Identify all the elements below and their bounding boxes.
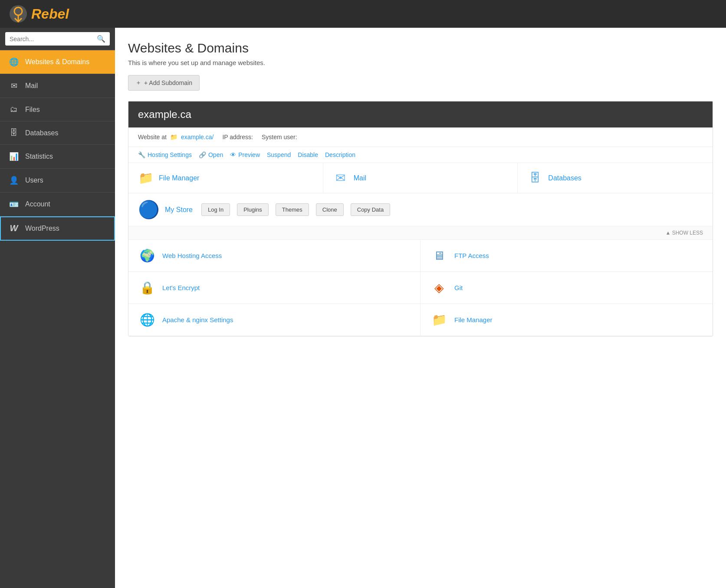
show-less-row[interactable]: ▲ SHOW LESS bbox=[128, 226, 713, 240]
ftp-icon: 🖥 bbox=[430, 248, 448, 263]
folder-icon: 📁 bbox=[170, 134, 177, 140]
git-icon: ◈ bbox=[430, 281, 448, 295]
file-manager-icon: 📁 bbox=[138, 171, 154, 185]
mail-tool-icon: ✉ bbox=[333, 171, 348, 185]
apache-nginx-item[interactable]: 🌐 Apache & nginx Settings bbox=[128, 304, 420, 336]
domain-info-row: Website at 📁 example.ca/ IP address: Sys… bbox=[128, 127, 713, 147]
content-area: Websites & Domains This is where you set… bbox=[115, 28, 726, 588]
sidebar-item-label: Users bbox=[25, 176, 43, 184]
sidebar-item-label: WordPress bbox=[25, 225, 59, 232]
show-less-label: ▲ SHOW LESS bbox=[665, 230, 703, 236]
page-subtitle: This is where you set up and manage webs… bbox=[128, 59, 713, 66]
users-icon: 👤 bbox=[9, 176, 19, 185]
account-icon: 🪪 bbox=[9, 199, 19, 209]
website-at-label: Website at bbox=[138, 134, 167, 140]
domain-card: example.ca Website at 📁 example.ca/ IP a… bbox=[128, 101, 713, 336]
hosting-settings-label: Hosting Settings bbox=[148, 151, 192, 158]
copy-data-button[interactable]: Copy Data bbox=[351, 203, 390, 216]
lets-encrypt-link[interactable]: Let's Encrypt bbox=[162, 284, 200, 291]
domain-name: example.ca bbox=[138, 108, 191, 120]
logo-icon bbox=[9, 4, 28, 23]
domain-header: example.ca bbox=[128, 101, 713, 127]
wrench-icon: 🔧 bbox=[138, 151, 145, 158]
sidebar-item-label: Websites & Domains bbox=[25, 58, 89, 66]
web-hosting-access-item[interactable]: 🌍 Web Hosting Access bbox=[128, 240, 420, 272]
open-link[interactable]: 🔗 Open bbox=[199, 151, 223, 158]
logo-text: Rebel bbox=[31, 6, 69, 22]
sidebar-item-label: Mail bbox=[25, 82, 38, 90]
preview-link[interactable]: 👁 Preview bbox=[230, 151, 260, 158]
search-box: 🔍 bbox=[5, 32, 110, 46]
sidebar-item-label: Account bbox=[25, 200, 50, 208]
tools-grid: 📁 File Manager ✉ Mail 🗄 Databases bbox=[128, 163, 713, 193]
domain-link[interactable]: example.ca/ bbox=[181, 134, 214, 140]
git-item[interactable]: ◈ Git bbox=[420, 272, 713, 304]
suspend-label: Suspend bbox=[267, 151, 291, 158]
ftp-access-link[interactable]: FTP Access bbox=[454, 252, 489, 259]
sidebar-item-files[interactable]: 🗂 Files bbox=[0, 98, 115, 121]
wordpress-section: 🔵 My Store Log In Plugins Themes Clone C… bbox=[128, 193, 713, 226]
sidebar-item-label: Statistics bbox=[25, 153, 53, 160]
mail-tool-link[interactable]: Mail bbox=[354, 174, 366, 182]
main-layout: 🔍 🌐 Websites & Domains ✉ Mail 🗂 Files 🗄 … bbox=[0, 28, 726, 588]
sidebar-item-account[interactable]: 🪪 Account bbox=[0, 193, 115, 216]
tool-databases[interactable]: 🗄 Databases bbox=[518, 163, 713, 193]
plugins-button[interactable]: Plugins bbox=[237, 203, 269, 216]
my-store-link[interactable]: My Store bbox=[165, 206, 193, 214]
sidebar-item-users[interactable]: 👤 Users bbox=[0, 169, 115, 193]
preview-label: Preview bbox=[238, 151, 260, 158]
login-button[interactable]: Log In bbox=[201, 203, 230, 216]
eye-icon: 👁 bbox=[230, 151, 236, 158]
disable-label: Disable bbox=[298, 151, 318, 158]
open-label: Open bbox=[208, 151, 223, 158]
databases-icon: 🗄 bbox=[9, 128, 19, 137]
files-icon: 🗂 bbox=[9, 105, 19, 114]
web-hosting-access-link[interactable]: Web Hosting Access bbox=[162, 252, 222, 259]
logo: Rebel bbox=[9, 4, 69, 23]
file-manager-link[interactable]: File Manager bbox=[159, 174, 199, 182]
sidebar-item-databases[interactable]: 🗄 Databases bbox=[0, 121, 115, 145]
sidebar-item-mail[interactable]: ✉ Mail bbox=[0, 74, 115, 98]
sidebar-item-statistics[interactable]: 📊 Statistics bbox=[0, 145, 115, 169]
ip-label: IP address: bbox=[222, 134, 253, 140]
file-manager-2-item[interactable]: 📁 File Manager bbox=[420, 304, 713, 336]
websites-domains-icon: 🌐 bbox=[9, 57, 19, 67]
apache-nginx-icon: 🌐 bbox=[138, 313, 156, 327]
app-header: Rebel bbox=[0, 0, 726, 28]
description-link[interactable]: Description bbox=[325, 151, 355, 158]
themes-button[interactable]: Themes bbox=[276, 203, 309, 216]
ftp-access-item[interactable]: 🖥 FTP Access bbox=[420, 240, 713, 272]
git-link[interactable]: Git bbox=[454, 284, 463, 291]
add-subdomain-button[interactable]: ＋ + Add Subdomain bbox=[128, 75, 200, 91]
sidebar-item-label: Databases bbox=[25, 129, 59, 137]
tool-file-manager[interactable]: 📁 File Manager bbox=[128, 163, 323, 193]
sidebar-item-wordpress[interactable]: W WordPress bbox=[0, 216, 115, 241]
search-input[interactable] bbox=[10, 36, 94, 42]
page-title: Websites & Domains bbox=[128, 41, 713, 56]
sidebar: 🔍 🌐 Websites & Domains ✉ Mail 🗂 Files 🗄 … bbox=[0, 28, 115, 588]
wordpress-icon: W bbox=[9, 223, 19, 233]
disable-link[interactable]: Disable bbox=[298, 151, 318, 158]
search-container: 🔍 bbox=[0, 28, 115, 50]
statistics-icon: 📊 bbox=[9, 152, 19, 161]
hosting-settings-link[interactable]: 🔧 Hosting Settings bbox=[138, 151, 192, 158]
system-user-label: System user: bbox=[262, 134, 297, 140]
lets-encrypt-item[interactable]: 🔒 Let's Encrypt bbox=[128, 272, 420, 304]
tool-mail[interactable]: ✉ Mail bbox=[323, 163, 518, 193]
lets-encrypt-icon: 🔒 bbox=[138, 281, 156, 295]
apache-nginx-link[interactable]: Apache & nginx Settings bbox=[162, 316, 233, 323]
search-icon: 🔍 bbox=[97, 35, 105, 43]
clone-button[interactable]: Clone bbox=[316, 203, 344, 216]
open-icon: 🔗 bbox=[199, 151, 206, 158]
suspend-link[interactable]: Suspend bbox=[267, 151, 291, 158]
wordpress-wp-icon: 🔵 bbox=[138, 199, 160, 220]
add-subdomain-icon: ＋ bbox=[135, 79, 141, 87]
add-subdomain-label: + Add Subdomain bbox=[144, 79, 192, 86]
databases-tool-link[interactable]: Databases bbox=[548, 174, 581, 182]
sidebar-item-label: Files bbox=[25, 106, 40, 114]
bottom-tools-grid: 🌍 Web Hosting Access 🖥 FTP Access 🔒 Let'… bbox=[128, 240, 713, 336]
web-hosting-icon: 🌍 bbox=[138, 248, 156, 263]
file-manager-2-icon: 📁 bbox=[430, 313, 448, 327]
file-manager-2-link[interactable]: File Manager bbox=[454, 316, 493, 323]
sidebar-item-websites-domains[interactable]: 🌐 Websites & Domains bbox=[0, 50, 115, 74]
